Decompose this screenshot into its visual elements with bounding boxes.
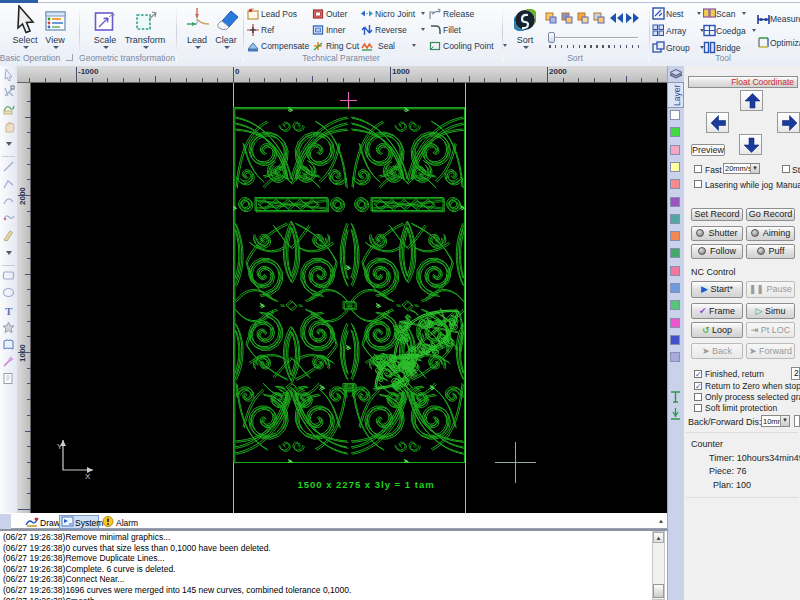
svg-text:T: T	[5, 305, 13, 317]
svg-text:Y: Y	[57, 442, 63, 451]
svg-text:X: X	[85, 472, 91, 480]
